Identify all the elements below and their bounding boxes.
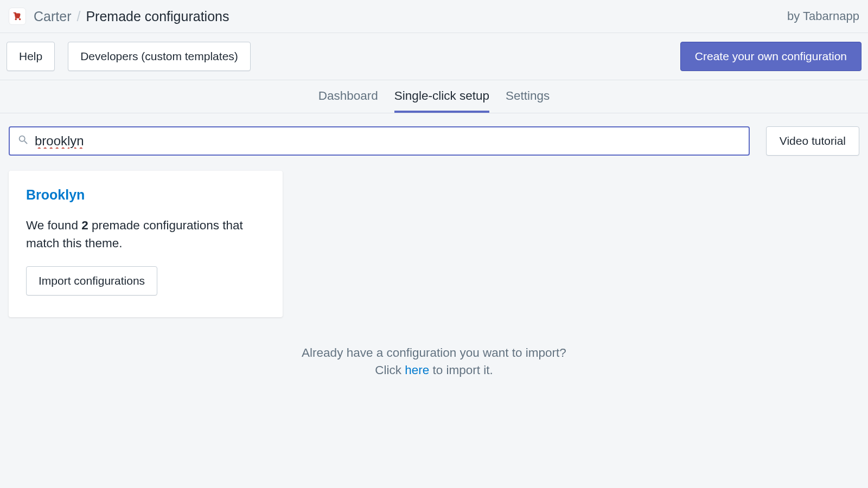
card-count: 2 xyxy=(81,219,88,232)
developers-button[interactable]: Developers (custom templates) xyxy=(68,42,251,71)
help-line-2: Click here to import it. xyxy=(9,362,859,379)
card-text-prefix: We found xyxy=(26,219,81,232)
tab-settings[interactable]: Settings xyxy=(506,80,550,113)
tab-single-click-setup[interactable]: Single-click setup xyxy=(394,80,489,113)
search-row: Video tutorial xyxy=(0,113,868,165)
header-left: Carter / Premade configurations xyxy=(9,8,229,25)
create-configuration-button[interactable]: Create your own configuration xyxy=(680,42,861,71)
toolbar: Help Developers (custom templates) Creat… xyxy=(0,33,868,80)
search-icon xyxy=(17,134,29,148)
breadcrumb: Carter / Premade configurations xyxy=(34,9,229,24)
import-here-link[interactable]: here xyxy=(405,363,429,377)
help-line-2-suffix: to import it. xyxy=(429,363,493,377)
video-tutorial-button[interactable]: Video tutorial xyxy=(766,126,859,156)
content-area: Brooklyn We found 2 premade configuratio… xyxy=(0,165,868,378)
card-title[interactable]: Brooklyn xyxy=(26,187,265,203)
tabs: Dashboard Single-click setup Settings xyxy=(0,80,868,113)
toolbar-left: Help Developers (custom templates) xyxy=(7,42,251,71)
help-button[interactable]: Help xyxy=(7,42,55,71)
search-field-wrapper[interactable] xyxy=(9,126,750,156)
import-help-text: Already have a configuration you want to… xyxy=(9,344,859,378)
breadcrumb-app[interactable]: Carter xyxy=(34,9,71,24)
app-header: Carter / Premade configurations by Tabar… xyxy=(0,0,868,33)
page-title: Premade configurations xyxy=(86,9,229,24)
search-input[interactable] xyxy=(35,133,741,149)
theme-result-card: Brooklyn We found 2 premade configuratio… xyxy=(9,171,283,317)
tab-dashboard[interactable]: Dashboard xyxy=(318,80,378,113)
breadcrumb-separator-icon: / xyxy=(76,9,80,24)
byline: by Tabarnapp xyxy=(787,9,859,23)
help-line-2-prefix: Click xyxy=(375,363,405,377)
help-line-1: Already have a configuration you want to… xyxy=(9,344,859,362)
card-description: We found 2 premade configurations that m… xyxy=(26,217,265,252)
import-configurations-button[interactable]: Import configurations xyxy=(26,266,157,296)
app-logo-icon xyxy=(9,8,26,25)
